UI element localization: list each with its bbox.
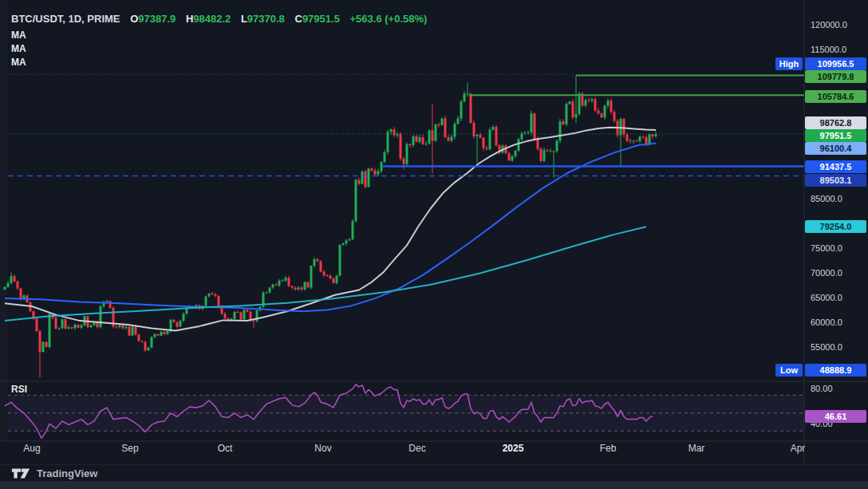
- high-low-chip: High: [775, 57, 803, 70]
- footer-bar: TradingView: [0, 465, 868, 481]
- change-value: +563.6 (+0.58%): [350, 13, 428, 25]
- candle-series: [4, 76, 657, 377]
- month-label: Feb: [600, 443, 617, 454]
- month-label: Mar: [688, 443, 705, 454]
- price-badge: 89503.1: [805, 174, 866, 187]
- price-badge: 79254.0: [805, 220, 866, 233]
- month-label: Oct: [218, 443, 233, 454]
- month-label: Apr: [791, 443, 806, 454]
- month-label: Nov: [314, 443, 331, 454]
- price-tick: 85000.0: [811, 194, 842, 203]
- price-badge: 96100.4: [805, 142, 866, 155]
- month-label: Dec: [408, 443, 425, 454]
- price-tick: 80.00: [811, 384, 833, 393]
- high-low-chip: Low: [775, 364, 803, 377]
- price-tick: 55000.0: [811, 342, 842, 352]
- ma-mid-blue-line: [5, 144, 656, 312]
- price-badge: 91437.5: [805, 160, 866, 173]
- price-tick: 120000.0: [811, 20, 847, 30]
- price-badge: 98762.8: [805, 116, 866, 129]
- rsi-pane-label[interactable]: RSI: [11, 384, 27, 395]
- price-badge: 97951.5: [805, 129, 866, 142]
- price-tick: 60000.0: [811, 317, 842, 327]
- price-tick: 70000.0: [811, 268, 842, 278]
- low-label: L: [241, 13, 247, 25]
- price-badge: 109779.8: [805, 70, 866, 83]
- low-value: 97370.8: [247, 13, 285, 25]
- symbol-title: BTC/USDT, 1D, PRIME: [11, 13, 120, 25]
- price-tick: 65000.0: [811, 293, 842, 302]
- bottom-strip: [0, 481, 868, 489]
- open-label: O: [130, 13, 138, 25]
- tradingview-logo-icon[interactable]: [11, 467, 30, 479]
- price-badge: 109956.5: [805, 57, 866, 70]
- ma-legend-row: MA: [11, 42, 26, 56]
- ma-fast-white-line: [5, 128, 656, 331]
- price-tick: 115000.0: [811, 45, 846, 54]
- close-value: 97951.5: [302, 13, 340, 25]
- trading-chart-widget: BTC/USDT, 1D, PRIME O97387.9 H98482.2 L9…: [0, 0, 868, 489]
- close-label: C: [294, 13, 302, 25]
- symbol-header[interactable]: BTC/USDT, 1D, PRIME O97387.9 H98482.2 L9…: [11, 13, 427, 25]
- high-label: H: [186, 13, 193, 25]
- ma-legend-row: MA: [11, 56, 26, 69]
- open-value: 97387.9: [138, 13, 176, 25]
- price-tick: 75000.0: [811, 243, 842, 253]
- price-badge: 46.61: [805, 410, 866, 423]
- price-badge: 48888.9: [805, 364, 866, 377]
- month-label: Aug: [23, 443, 40, 454]
- month-label: 2025: [503, 443, 524, 454]
- ma-legend[interactable]: MA MA MA: [11, 29, 26, 69]
- chart-canvas[interactable]: [0, 0, 868, 465]
- month-label: Sep: [121, 443, 138, 454]
- price-badge: 105784.6: [805, 90, 866, 103]
- ma-legend-row: MA: [11, 29, 26, 42]
- footer-brand[interactable]: TradingView: [37, 467, 97, 479]
- high-value: 98482.2: [193, 13, 231, 25]
